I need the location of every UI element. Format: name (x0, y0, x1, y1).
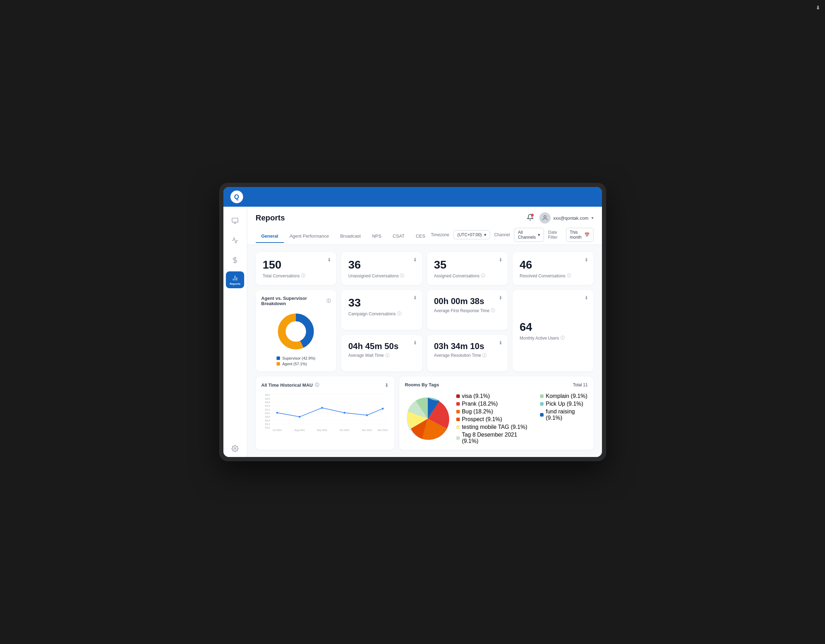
rooms-legend-left: visa (9.1%) Prank (18.2%) (456, 393, 528, 444)
svg-point-11 (287, 322, 305, 340)
total-conversations-number: 150 (263, 258, 330, 271)
info-icon[interactable]: ⓘ (385, 353, 389, 359)
sidebar-item-inbox[interactable] (226, 212, 244, 229)
svg-text:Nov 2021: Nov 2021 (362, 429, 372, 431)
monthly-active-users-label: Monthly Active Users ⓘ (520, 335, 587, 341)
assigned-conversations-label: Assigned Conversations ⓘ (434, 273, 501, 279)
info-icon[interactable]: ⓘ (397, 311, 402, 317)
user-menu[interactable]: xxx@qontak.com ▾ (539, 212, 593, 223)
sidebar-item-reports[interactable]: Reports (226, 271, 244, 288)
rooms-content: visa (9.1%) Prank (18.2%) (405, 393, 588, 444)
notification-dot (531, 214, 534, 217)
date-filter-select[interactable]: This month 📅 (566, 228, 593, 242)
download-icon[interactable]: ⬇ (413, 295, 417, 300)
legend-testing: testing mobile TAG (9.1%) (456, 424, 528, 430)
download-icon[interactable]: ⬇ (499, 257, 503, 263)
rooms-by-tags-card: Rooms By Tags Total 11 ⬇ (399, 376, 593, 450)
top-bar: Q (223, 187, 602, 207)
campaign-conversations-number: 33 (348, 296, 415, 309)
monthly-active-users-number: 64 (520, 320, 587, 334)
sidebar: Reports (223, 207, 247, 457)
svg-point-38 (299, 416, 300, 418)
rooms-chart-title: Rooms By Tags Total 11 ⬇ (405, 382, 588, 387)
svg-text:63.6: 63.6 (265, 419, 270, 422)
calendar-icon: 📅 (584, 233, 590, 237)
download-icon[interactable]: ⬇ (327, 257, 331, 263)
download-icon[interactable]: ⬇ (584, 257, 589, 263)
stat-avg-first-response: ⬇ 00h 00m 38s Average First Response Tim… (427, 290, 508, 330)
tab-csat[interactable]: CSAT (387, 230, 410, 243)
stat-avg-resolution-time: ⬇ 03h 34m 10s Average Resolution Time ⓘ (427, 335, 508, 372)
info-icon[interactable]: ⓘ (400, 273, 404, 279)
timezone-select[interactable]: (UTC+07:00) ▾ (454, 230, 490, 239)
info-icon[interactable]: ⓘ (567, 273, 571, 279)
user-email: xxx@qontak.com (553, 216, 589, 221)
info-icon[interactable]: ⓘ (561, 335, 565, 341)
stat-avg-wait-time: ⬇ 04h 45m 50s Average Wait Time ⓘ (341, 335, 422, 372)
assigned-conversations-number: 35 (434, 258, 501, 271)
notification-button[interactable] (527, 214, 534, 222)
svg-point-7 (234, 448, 236, 450)
info-icon[interactable]: ⓘ (301, 273, 305, 279)
info-icon[interactable]: ⓘ (481, 273, 485, 279)
mau-chart-card: All Time Historical MAU ⓘ ⬇ 65.0 64.8 64… (256, 376, 394, 450)
pie-chart (405, 396, 451, 442)
content-header: Reports (247, 207, 602, 245)
svg-point-40 (343, 411, 345, 413)
rooms-legend: visa (9.1%) Prank (18.2%) (456, 393, 588, 444)
svg-point-41 (366, 414, 368, 416)
date-filter-label: Date Filter (548, 230, 562, 240)
supervisor-color (277, 356, 280, 360)
svg-text:Oct 2021: Oct 2021 (340, 429, 349, 431)
total-conversations-label: Total Conversations ⓘ (263, 273, 330, 279)
avg-first-response-label: Average First Response Time ⓘ (434, 308, 501, 314)
svg-text:Jul 2021: Jul 2021 (272, 429, 281, 431)
unassigned-conversations-number: 36 (348, 258, 415, 271)
download-icon[interactable]: ⬇ (584, 295, 589, 300)
download-icon[interactable]: ⬇ (499, 340, 503, 345)
avg-resolution-time-label: Average Resolution Time ⓘ (434, 353, 501, 359)
svg-point-37 (276, 411, 278, 413)
channel-select[interactable]: All Channels ▾ (514, 228, 544, 242)
tab-nps[interactable]: NPS (366, 230, 387, 243)
tab-ces[interactable]: CES (410, 230, 431, 243)
stat-total-conversations: ⬇ 150 Total Conversations ⓘ (256, 252, 337, 285)
sidebar-item-broadcast[interactable] (226, 232, 244, 249)
info-icon[interactable]: ⓘ (315, 382, 319, 388)
download-icon[interactable]: ⬇ (413, 340, 417, 345)
svg-text:64.8: 64.8 (265, 397, 270, 400)
legend-agent: Agent (57.1%) (277, 362, 315, 366)
header-right: xxx@qontak.com ▾ (527, 212, 593, 223)
tab-general[interactable]: General (256, 230, 284, 243)
svg-text:64.6: 64.6 (265, 401, 270, 404)
donut-legend: Supervisor (42.9%) Agent (57.1%) (277, 356, 315, 366)
download-icon[interactable]: ⬇ (413, 257, 417, 263)
tab-agent-performance[interactable]: Agent Performance (284, 230, 335, 243)
mau-line-chart: 65.0 64.8 64.6 64.4 64.2 64.0 63.8 63.6 … (261, 391, 389, 433)
avg-first-response-number: 00h 00m 38s (434, 296, 501, 306)
tab-broadcast[interactable]: Broadcast (335, 230, 366, 243)
svg-text:64.4: 64.4 (265, 405, 270, 407)
svg-point-39 (321, 407, 323, 409)
download-icon[interactable]: ⬇ (499, 295, 503, 300)
legend-prank: Prank (18.2%) (456, 401, 528, 407)
breakdown-card: Agent vs. Supervisor Breakdown ⓘ ⬇ (256, 290, 337, 371)
legend-visa: visa (9.1%) (456, 393, 528, 399)
svg-text:64.0: 64.0 (265, 412, 270, 414)
info-icon[interactable]: ⓘ (482, 353, 487, 359)
sidebar-item-sales[interactable] (226, 252, 244, 268)
stat-unassigned-conversations: ⬇ 36 Unassigned Conversations ⓘ (341, 252, 422, 285)
avg-wait-time-number: 04h 45m 50s (348, 341, 415, 351)
sidebar-item-settings[interactable] (226, 440, 244, 457)
stat-assigned-conversations: ⬇ 35 Assigned Conversations ⓘ (427, 252, 508, 285)
info-icon[interactable]: ⓘ (491, 308, 495, 314)
breakdown-title: Agent vs. Supervisor Breakdown ⓘ ⬇ (261, 296, 331, 306)
info-icon[interactable]: ⓘ (326, 298, 331, 304)
svg-text:Dec 2021: Dec 2021 (377, 429, 388, 431)
stat-monthly-active-users: ⬇ 64 Monthly Active Users ⓘ (513, 290, 593, 371)
content-body: ⬇ 150 Total Conversations ⓘ ⬇ 36 Unassi (247, 245, 602, 457)
svg-point-8 (544, 216, 546, 217)
resolved-conversations-label: Resolved Conversations ⓘ (520, 273, 587, 279)
download-icon[interactable]: ⬇ (385, 382, 389, 388)
avg-wait-time-label: Average Wait Time ⓘ (348, 353, 415, 359)
